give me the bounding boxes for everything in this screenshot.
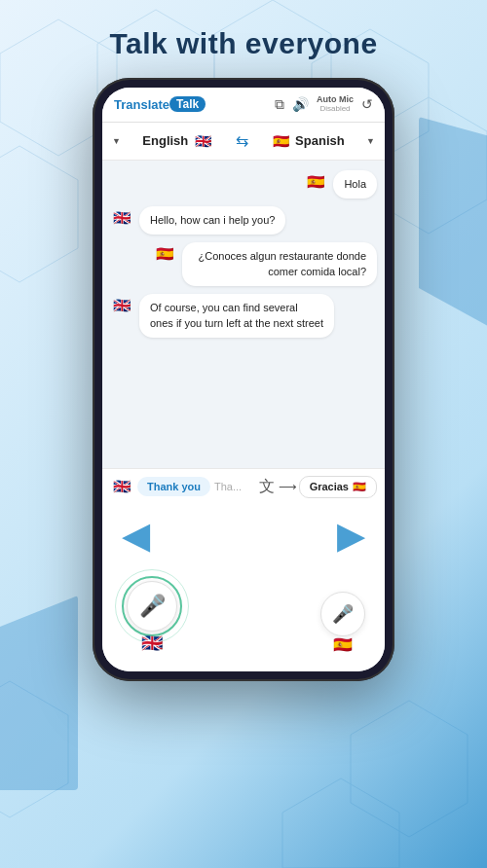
copy-icon[interactable]: ⧉ — [275, 96, 284, 113]
secondary-mic-flag: 🇪🇸 — [329, 631, 356, 658]
message-text: Of course, you can find several ones if … — [150, 302, 323, 328]
chat-area: Hola 🇪🇸 🇬🇧 Hello, how can i help you? ¿C… — [102, 161, 385, 468]
phone-screen: TranslateTalk ⧉ 🔊 Auto Mic Disabled ↺ ▼ … — [102, 88, 385, 671]
source-language-selector[interactable]: English 🇬🇧 — [142, 130, 213, 152]
translation-result-flag: 🇪🇸 — [353, 481, 366, 493]
svg-marker-5 — [0, 146, 78, 282]
message-text: Hello, how can i help you? — [150, 214, 275, 226]
app-header: TranslateTalk ⧉ 🔊 Auto Mic Disabled ↺ — [102, 88, 385, 123]
translation-placeholder: Tha... — [214, 481, 255, 492]
target-lang-flag: 🇪🇸 — [270, 130, 291, 152]
translation-bar: 🇬🇧 Thank you Tha... 文 ⟶ Gracias 🇪🇸 — [102, 468, 385, 504]
app-title: Talk with everyone — [109, 27, 377, 60]
speaker-icon[interactable]: 🔊 — [292, 96, 309, 112]
message-text: ¿Conoces algun restaurante donde comer c… — [199, 250, 366, 276]
message-row: ¿Conoces algun restaurante donde comer c… — [110, 242, 377, 286]
message-row: Hola 🇪🇸 — [110, 170, 377, 199]
target-lang-label: Spanish — [295, 133, 345, 148]
translate-icon: 文 — [259, 477, 275, 497]
svg-marker-8 — [282, 778, 399, 868]
phone-frame: TranslateTalk ⧉ 🔊 Auto Mic Disabled ↺ ▼ … — [93, 78, 394, 681]
message-bubble: Hola — [333, 170, 377, 199]
message-bubble: ¿Conoces algun restaurante donde comer c… — [182, 242, 377, 286]
translation-result-text: Gracias — [310, 481, 349, 492]
navigation-arrows: ◀ ▶ — [102, 504, 385, 566]
mic-area: 🎤 🇬🇧 🎤 🇪🇸 — [102, 566, 385, 671]
refresh-icon[interactable]: ↺ — [361, 96, 373, 112]
logo-talk: Talk — [169, 96, 206, 112]
logo-translate: Translate — [114, 97, 169, 112]
translation-source-flag: 🇬🇧 — [110, 475, 133, 498]
target-lang-dropdown-arrow[interactable]: ▼ — [366, 136, 375, 146]
message-row: 🇬🇧 Hello, how can i help you? — [110, 206, 377, 235]
primary-mic-flag: 🇬🇧 — [137, 629, 167, 658]
mic-left-section: 🎤 🇬🇧 — [122, 576, 182, 658]
header-icons: ⧉ 🔊 Auto Mic Disabled ↺ — [275, 95, 373, 114]
message-flag: 🇪🇸 — [304, 170, 327, 194]
svg-marker-7 — [351, 701, 468, 837]
bg-decoration-right — [419, 117, 487, 331]
language-bar: ▼ English 🇬🇧 ⇆ 🇪🇸 Spanish ▼ — [102, 123, 385, 161]
message-bubble: Of course, you can find several ones if … — [139, 294, 334, 338]
auto-mic-badge[interactable]: Auto Mic Disabled — [317, 95, 354, 114]
message-flag: 🇬🇧 — [110, 294, 133, 317]
message-bubble: Hello, how can i help you? — [139, 206, 285, 235]
bg-decoration-left — [0, 596, 78, 790]
mic-right-section: 🎤 🇪🇸 — [320, 592, 365, 658]
source-lang-dropdown-arrow[interactable]: ▼ — [112, 136, 121, 146]
message-flag: 🇬🇧 — [110, 206, 133, 230]
left-arrow-button[interactable]: ◀ — [122, 514, 150, 557]
target-language-selector[interactable]: 🇪🇸 Spanish — [270, 130, 345, 152]
message-row: 🇬🇧 Of course, you can find several ones … — [110, 294, 377, 338]
translate-arrow: ⟶ — [279, 480, 295, 494]
translation-result: Gracias 🇪🇸 — [299, 476, 377, 498]
primary-mic-button[interactable]: 🎤 — [127, 581, 177, 632]
translation-input[interactable]: Thank you — [137, 477, 210, 496]
message-text: Hola — [344, 178, 366, 190]
swap-languages-button[interactable]: ⇆ — [236, 131, 248, 150]
right-arrow-button[interactable]: ▶ — [337, 514, 365, 557]
disabled-label: Disabled — [319, 105, 350, 114]
app-logo: TranslateTalk — [114, 96, 206, 112]
message-flag: 🇪🇸 — [153, 242, 176, 266]
source-lang-label: English — [142, 133, 188, 148]
mic-icon: 🎤 — [139, 594, 166, 619]
secondary-mic-icon: 🎤 — [332, 603, 354, 625]
mic-outer-ring: 🎤 — [122, 576, 182, 636]
source-lang-flag: 🇬🇧 — [192, 130, 213, 152]
